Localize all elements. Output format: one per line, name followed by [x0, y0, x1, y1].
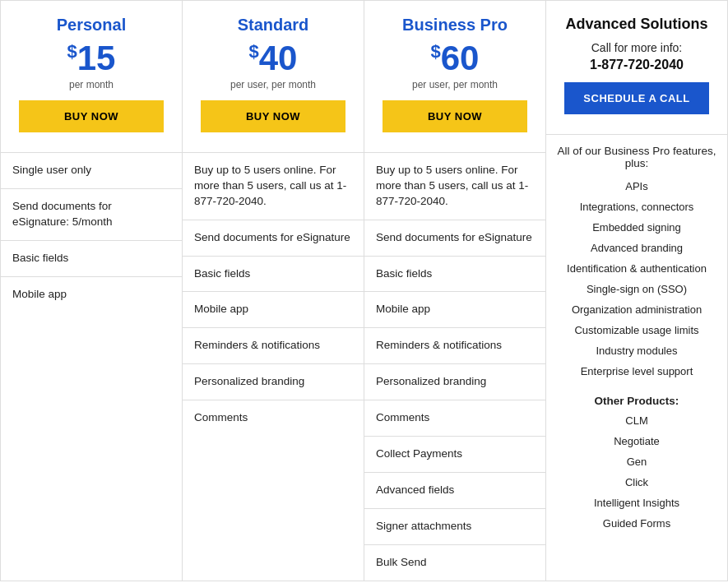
feature-esignature-bp: Send documents for eSignature [364, 220, 545, 257]
plan-standard-buy-button[interactable]: BUY NOW [201, 100, 345, 132]
feature-basic-fields-personal: Basic fields [1, 241, 182, 277]
advanced-feature-list: APIs Integrations, connectors Embedded s… [554, 176, 719, 382]
advanced-feature-industry-modules: Industry modules [554, 340, 719, 361]
plan-business-pro: Business Pro $60 per user, per month BUY… [364, 1, 546, 581]
plan-standard-period: per user, per month [192, 79, 354, 90]
plan-personal: Personal $15 per month BUY NOW Single us… [1, 1, 183, 581]
advanced-feature-enterprise-support: Enterprise level support [554, 361, 719, 382]
plan-personal-price: $15 [11, 41, 172, 76]
plan-business-pro-name: Business Pro [374, 16, 536, 35]
feature-mobile-app-standard: Mobile app [183, 292, 364, 328]
advanced-call-text: Call for more info: [556, 41, 717, 54]
feature-basic-fields-standard: Basic fields [183, 257, 364, 293]
feature-payments-bp: Collect Payments [364, 437, 545, 473]
other-product-clm: CLM [554, 410, 719, 431]
feature-users-standard: Buy up to 5 users online. For more than … [183, 153, 364, 220]
plan-standard-name: Standard [192, 16, 354, 35]
plan-business-pro-header: Business Pro $60 per user, per month BUY… [364, 1, 545, 153]
advanced-feature-integrations: Integrations, connectors [554, 197, 719, 217]
other-products-title: Other Products: [554, 395, 719, 407]
feature-users-bp: Buy up to 5 users online. For more than … [364, 153, 545, 220]
advanced-header: Advanced Solutions Call for more info: 1… [546, 1, 727, 135]
plan-advanced: Advanced Solutions Call for more info: 1… [546, 1, 727, 581]
plan-personal-period: per month [11, 79, 172, 90]
advanced-feature-usage-limits: Customizable usage limits [554, 320, 719, 340]
feature-bulk-send-bp: Bulk Send [364, 545, 545, 581]
feature-branding-bp: Personalized branding [364, 364, 545, 400]
plan-personal-buy-button[interactable]: BUY NOW [19, 100, 164, 132]
plan-business-pro-buy-button[interactable]: BUY NOW [383, 100, 527, 132]
other-product-click: Click [554, 472, 719, 493]
plan-personal-name: Personal [11, 16, 172, 35]
schedule-call-button[interactable]: SCHEDULE A CALL [564, 82, 709, 114]
plan-standard-price: $40 [192, 41, 354, 76]
plan-personal-currency: $ [67, 41, 77, 62]
pricing-table: Personal $15 per month BUY NOW Single us… [0, 0, 728, 581]
advanced-feature-branding: Advanced branding [554, 238, 719, 258]
feature-esignature-standard: Send documents for eSignature [183, 220, 364, 257]
feature-branding-standard: Personalized branding [183, 364, 364, 400]
feature-mobile-app-bp: Mobile app [364, 292, 545, 328]
advanced-feature-apis: APIs [554, 176, 719, 197]
feature-comments-bp: Comments [364, 400, 545, 437]
advanced-feature-org-admin: Organization administration [554, 299, 719, 320]
plan-personal-header: Personal $15 per month BUY NOW [1, 1, 182, 153]
other-products-list: CLM Negotiate Gen Click Intelligent Insi… [554, 410, 719, 534]
advanced-intro-text: All of our Business Pro features, plus: [554, 145, 719, 169]
other-product-guided-forms: Guided Forms [554, 513, 719, 534]
plan-business-pro-price: $60 [374, 41, 536, 76]
other-product-intelligent-insights: Intelligent Insights [554, 493, 719, 513]
feature-reminders-standard: Reminders & notifications [183, 328, 364, 364]
feature-reminders-bp: Reminders & notifications [364, 328, 545, 364]
other-product-negotiate: Negotiate [554, 431, 719, 451]
feature-comments-standard: Comments [183, 400, 364, 436]
feature-mobile-app-personal: Mobile app [1, 277, 182, 312]
advanced-phone: 1-877-720-2040 [556, 58, 717, 72]
advanced-title: Advanced Solutions [556, 16, 717, 33]
feature-esignature-personal: Send documents for eSignature: 5/month [1, 189, 182, 241]
plan-standard-currency: $ [249, 41, 259, 62]
feature-advanced-fields-bp: Advanced fields [364, 473, 545, 509]
plan-business-pro-period: per user, per month [374, 79, 536, 90]
advanced-feature-sso: Single-sign on (SSO) [554, 279, 719, 299]
plan-standard: Standard $40 per user, per month BUY NOW… [183, 1, 364, 581]
plan-standard-header: Standard $40 per user, per month BUY NOW [183, 1, 364, 153]
other-product-gen: Gen [554, 451, 719, 472]
feature-signer-attachments-bp: Signer attachments [364, 509, 545, 545]
feature-basic-fields-bp: Basic fields [364, 257, 545, 293]
advanced-feature-embedded-signing: Embedded signing [554, 217, 719, 238]
advanced-feature-identification: Identification & authentication [554, 258, 719, 279]
feature-single-user: Single user only [1, 153, 182, 189]
advanced-features-section: All of our Business Pro features, plus: … [546, 135, 727, 557]
plan-business-pro-currency: $ [431, 41, 441, 62]
